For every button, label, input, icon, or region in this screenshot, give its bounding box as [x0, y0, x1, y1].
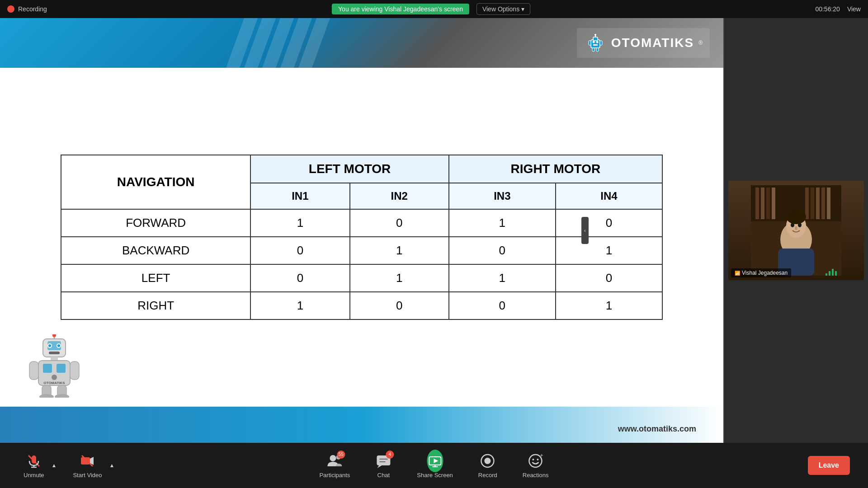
svg-rect-22: [43, 364, 52, 373]
row-0-in1: 1: [250, 209, 349, 237]
svg-point-3: [594, 34, 596, 36]
trademark-symbol: ®: [698, 40, 703, 46]
svg-rect-6: [593, 44, 598, 46]
timer: 00:56:20: [815, 5, 840, 13]
svg-text:+: +: [540, 453, 543, 459]
svg-rect-52: [832, 269, 834, 276]
participant-name-badge: 📶 Vishal Jegadeesan: [731, 268, 791, 277]
table-container: NAVIGATION LEFT MOTOR RIGHT MOTOR IN1 IN…: [0, 68, 723, 407]
svg-point-72: [485, 458, 491, 464]
leave-button[interactable]: Leave: [808, 456, 850, 475]
record-label: Record: [478, 472, 497, 479]
svg-rect-37: [772, 188, 775, 219]
top-bar: Recording You are viewing Vishal Jegadee…: [0, 0, 868, 18]
header-in1: IN1: [250, 183, 349, 209]
mute-icon-svg: [27, 454, 41, 468]
video-arrow-button[interactable]: ▲: [108, 460, 117, 470]
svg-rect-17: [49, 352, 60, 354]
row-2-in4: 0: [556, 264, 662, 292]
table-row: FORWARD 1 0 1 0: [61, 209, 662, 237]
logo-text: OTOMATIKS: [611, 36, 694, 50]
row-3-in1: 1: [250, 292, 349, 319]
view-options-button[interactable]: View Options ▾: [476, 3, 530, 15]
participants-button[interactable]: 55 Participants: [314, 449, 355, 482]
recording-indicator: Recording: [7, 5, 47, 13]
svg-point-5: [596, 41, 598, 43]
toolbar-center: 55 Participants 4 Chat: [314, 449, 554, 482]
unmute-arrow-button[interactable]: ▲: [50, 460, 59, 470]
toolbar-left: Unmute ▲ Start Video ▲: [18, 449, 116, 482]
svg-marker-68: [434, 459, 438, 463]
view-label: View: [847, 5, 861, 13]
header-in2: IN2: [350, 183, 449, 209]
share-screen-label: Share Screen: [417, 472, 453, 479]
chat-button[interactable]: 4 Chat: [370, 449, 397, 482]
record-button[interactable]: Record: [473, 449, 503, 482]
share-screen-icon: [427, 453, 443, 469]
svg-point-75: [537, 459, 539, 460]
robot-mascot-svg: OTOMATIKS: [27, 334, 81, 398]
participants-count: 55: [337, 450, 345, 459]
viewing-badge: You are viewing Vishal Jegadeesan's scre…: [332, 4, 469, 14]
svg-rect-40: [816, 188, 820, 219]
participant-name: Vishal Jegadeesan: [742, 270, 788, 276]
svg-point-29: [39, 394, 54, 398]
logo-robot-icon: [584, 32, 607, 54]
svg-rect-10: [596, 48, 599, 52]
row-label-1: BACKWARD: [61, 237, 250, 264]
video-icon: [79, 453, 95, 469]
robot-mascot: OTOMATIKS: [27, 334, 81, 398]
svg-rect-51: [829, 271, 830, 276]
chevron-down-icon: ▾: [521, 5, 524, 13]
share-screen-circle: [427, 450, 443, 472]
top-right-controls: 00:56:20 View: [815, 5, 861, 13]
reactions-label: Reactions: [523, 472, 549, 479]
svg-rect-35: [761, 188, 764, 219]
table-body: FORWARD 1 0 1 0 BACKWARD 0 1 0 1 LEFT 0 …: [61, 209, 662, 319]
recording-label: Recording: [18, 5, 47, 13]
start-video-group: Start Video ▲: [67, 449, 116, 482]
chat-label: Chat: [377, 472, 390, 479]
main-area: OTOMATIKS ® NAVIGATION LEFT MOTOR RIGHT …: [0, 18, 868, 443]
row-2-in3: 1: [449, 264, 556, 292]
share-screen-button[interactable]: Share Screen: [411, 449, 458, 482]
svg-rect-53: [835, 271, 837, 276]
reactions-icon: +: [528, 453, 544, 469]
signal-icon: 📶: [735, 271, 740, 276]
header-right-motor: RIGHT MOTOR: [449, 155, 662, 183]
start-video-button[interactable]: Start Video: [67, 449, 107, 482]
row-2-in1: 0: [250, 264, 349, 292]
row-label-3: RIGHT: [61, 292, 250, 319]
svg-point-49: [795, 226, 797, 230]
toolbar-right: Leave: [808, 456, 850, 475]
svg-marker-64: [377, 465, 382, 468]
collapse-panel-handle[interactable]: ‹: [581, 217, 589, 244]
footer-url: www.otomatiks.com: [618, 424, 696, 434]
table-row: LEFT 0 1 1 0: [61, 264, 662, 292]
svg-point-24: [52, 375, 57, 380]
start-video-label: Start Video: [73, 472, 102, 479]
navigation-table: NAVIGATION LEFT MOTOR RIGHT MOTOR IN1 IN…: [61, 155, 663, 320]
svg-rect-50: [826, 273, 827, 276]
header-in3: IN3: [449, 183, 556, 209]
logo-area: OTOMATIKS ®: [577, 28, 710, 58]
row-3-in4: 1: [556, 292, 662, 319]
participants-icon: 55: [326, 453, 343, 469]
person-figure: [751, 185, 841, 276]
unmute-button[interactable]: Unmute: [18, 449, 50, 482]
slide: OTOMATIKS ® NAVIGATION LEFT MOTOR RIGHT …: [0, 18, 723, 443]
reactions-button[interactable]: + Reactions: [517, 449, 554, 482]
header-left-motor: LEFT MOTOR: [250, 155, 449, 183]
svg-text:OTOMATIKS: OTOMATIKS: [43, 381, 65, 385]
record-icon: [480, 453, 496, 469]
svg-point-48: [798, 223, 802, 227]
row-0-in2: 0: [350, 209, 449, 237]
person-silhouette: [728, 181, 864, 280]
svg-rect-39: [811, 188, 814, 219]
svg-rect-36: [766, 188, 770, 219]
svg-rect-41: [821, 188, 825, 219]
mute-icon: [26, 453, 42, 469]
svg-point-47: [791, 223, 794, 227]
row-3-in2: 0: [350, 292, 449, 319]
svg-rect-23: [57, 364, 66, 373]
